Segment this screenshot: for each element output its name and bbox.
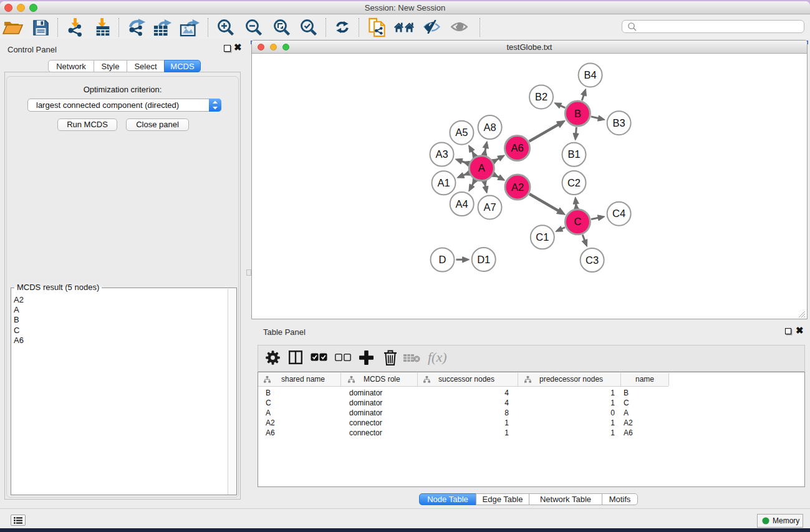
svg-text:D1: D1: [477, 254, 490, 265]
svg-text:B4: B4: [584, 69, 597, 80]
svg-text:C4: C4: [612, 208, 625, 219]
svg-text:C1: C1: [536, 231, 549, 243]
svg-text:A: A: [478, 162, 485, 173]
svg-text:A7: A7: [483, 201, 496, 213]
svg-text:B2: B2: [535, 91, 547, 102]
svg-text:D: D: [439, 254, 446, 265]
svg-text:C2: C2: [567, 177, 581, 188]
svg-text:A4: A4: [456, 198, 468, 210]
svg-text:A3: A3: [435, 148, 448, 160]
svg-text:A6: A6: [511, 142, 523, 153]
svg-text:B3: B3: [613, 117, 625, 128]
svg-text:A8: A8: [484, 122, 496, 133]
svg-text:B: B: [574, 108, 581, 119]
svg-text:C3: C3: [586, 254, 599, 266]
svg-text:C: C: [574, 216, 581, 227]
svg-text:B1: B1: [567, 148, 580, 160]
svg-text:A5: A5: [455, 127, 468, 138]
svg-text:A2: A2: [511, 181, 524, 193]
svg-text:A1: A1: [437, 177, 450, 188]
